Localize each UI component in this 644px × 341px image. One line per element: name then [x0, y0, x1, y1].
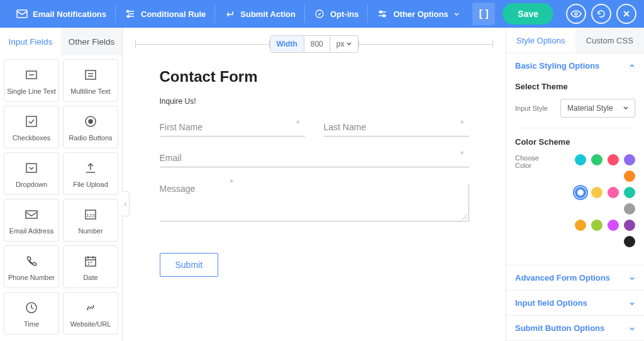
input-label: Message	[160, 184, 196, 194]
field-time[interactable]: Time	[4, 292, 59, 335]
width-value[interactable]: 800	[304, 36, 330, 52]
field-message[interactable]: Message	[160, 184, 469, 221]
toolbar-submit-action[interactable]: Submit Action	[215, 5, 305, 23]
field-last-name[interactable]: Last Name *	[324, 122, 469, 137]
form-subtitle[interactable]: Inquire Us!	[160, 97, 469, 106]
width-bar: Width 800 px	[123, 33, 506, 55]
svg-rect-5	[383, 15, 385, 17]
field-palette: Single Line Text Multiline Text Checkbox…	[0, 55, 122, 341]
form-card[interactable]: Contact Form Inquire Us! First Name * La…	[138, 55, 491, 315]
field-checkboxes[interactable]: Checkboxes	[4, 106, 59, 148]
color-swatch[interactable]	[624, 220, 635, 231]
svg-rect-12	[26, 164, 36, 172]
field-label: Time	[24, 320, 39, 328]
filter-icon	[125, 8, 136, 20]
checkbox-icon	[23, 113, 40, 130]
field-label: Number	[78, 227, 103, 235]
required-star: *	[460, 149, 464, 159]
input-style-select[interactable]: Material Style	[560, 99, 635, 118]
field-label: Website/URL	[70, 320, 111, 328]
field-number[interactable]: 123 Number	[63, 199, 118, 242]
toolbar-other-options[interactable]: Other Options	[368, 5, 468, 23]
field-email-address[interactable]: Email Address	[4, 199, 59, 242]
field-label: Checkboxes	[13, 134, 51, 142]
svg-rect-9	[26, 116, 36, 126]
color-swatch[interactable]	[591, 154, 602, 165]
width-unit-select[interactable]: px	[330, 36, 358, 52]
toolbar-label: Opt-ins	[330, 9, 359, 19]
toolbar-email-notifications[interactable]: Email Notifications	[8, 5, 116, 23]
right-tabs: Style Options Custom CSS	[506, 28, 644, 53]
color-swatch[interactable]	[575, 154, 586, 165]
tab-custom-css[interactable]: Custom CSS	[575, 28, 645, 53]
color-swatch[interactable]	[608, 187, 619, 198]
color-swatch-selected[interactable]	[575, 187, 586, 198]
toolbar-label: Submit Action	[240, 9, 296, 19]
toolbar-optins[interactable]: Opt-ins	[305, 5, 369, 23]
mail-icon	[16, 8, 28, 20]
collapse-left-panel[interactable]: ‹	[122, 191, 130, 216]
svg-rect-16	[86, 257, 96, 266]
svg-text:123: 123	[86, 213, 95, 218]
color-swatch[interactable]	[624, 154, 635, 165]
color-swatch[interactable]	[575, 220, 586, 231]
color-swatch[interactable]	[624, 187, 635, 198]
calendar-icon	[82, 252, 99, 270]
tab-other-fields[interactable]: Other Fields	[61, 28, 122, 55]
accordion-head-advanced[interactable]: Advanced Form Options	[506, 266, 644, 290]
eye-icon	[570, 10, 582, 18]
chevron-down-icon	[629, 300, 635, 306]
save-button[interactable]: Save	[502, 3, 553, 25]
color-swatch[interactable]	[624, 203, 635, 215]
field-file-upload[interactable]: File Upload	[63, 152, 118, 195]
svg-point-11	[89, 120, 92, 123]
color-swatches-row2	[560, 187, 635, 215]
bracket-icon: [ ]	[479, 8, 489, 20]
color-swatch[interactable]	[624, 170, 635, 182]
field-first-name[interactable]: First Name *	[160, 122, 305, 137]
mail-icon	[23, 206, 40, 223]
field-label: Dropdown	[16, 181, 47, 188]
field-label: Multiline Text	[70, 87, 110, 95]
submit-button[interactable]: Submit	[160, 253, 219, 277]
color-swatch[interactable]	[608, 220, 619, 231]
input-style-label: Input Style	[515, 104, 554, 112]
input-label: Email	[160, 153, 182, 163]
field-label: Phone Number	[8, 274, 55, 281]
field-label: File Upload	[73, 181, 108, 188]
sliders-icon	[377, 8, 388, 20]
field-radio-buttons[interactable]: Radio Buttons	[63, 106, 118, 148]
field-email[interactable]: Email *	[160, 153, 469, 167]
accordion-head-submit-button[interactable]: Submit Button Options	[506, 316, 644, 340]
field-date[interactable]: Date	[63, 245, 118, 288]
shortcode-button[interactable]: [ ]	[472, 3, 495, 25]
form-title[interactable]: Contact Form	[160, 68, 469, 86]
toolbar-label: Conditional Rule	[141, 9, 206, 19]
close-button[interactable]	[616, 4, 636, 24]
tab-input-fields[interactable]: Input Fields	[0, 28, 61, 55]
svg-point-6	[575, 13, 577, 15]
color-swatch[interactable]	[608, 154, 619, 165]
field-single-line-text[interactable]: Single Line Text	[4, 59, 59, 102]
accordion-head-input-field[interactable]: Input field Options	[506, 291, 644, 315]
color-swatches-row3	[560, 220, 635, 247]
left-tabs: Input Fields Other Fields	[0, 28, 122, 55]
left-panel: Input Fields Other Fields Single Line Te…	[0, 28, 123, 341]
accordion-head-basic[interactable]: Basic Styling Options	[506, 53, 644, 78]
undo-button[interactable]	[591, 4, 611, 24]
field-label: Email Address	[9, 227, 53, 235]
tab-style-options[interactable]: Style Options	[506, 28, 575, 53]
input-label: First Name	[160, 122, 203, 132]
color-swatch[interactable]	[591, 187, 602, 198]
toolbar-conditional-rule[interactable]: Conditional Rule	[116, 5, 215, 23]
clock-icon	[23, 299, 40, 316]
field-website-url[interactable]: Website/URL	[63, 292, 118, 335]
field-phone-number[interactable]: Phone Number	[4, 245, 59, 288]
color-swatch[interactable]	[624, 236, 635, 247]
color-swatch[interactable]	[591, 220, 602, 231]
field-dropdown[interactable]: Dropdown	[4, 152, 59, 195]
field-multiline-text[interactable]: Multiline Text	[63, 59, 118, 102]
preview-button[interactable]	[566, 4, 586, 24]
svg-rect-0	[17, 10, 27, 18]
width-control[interactable]: Width 800 px	[270, 35, 359, 53]
